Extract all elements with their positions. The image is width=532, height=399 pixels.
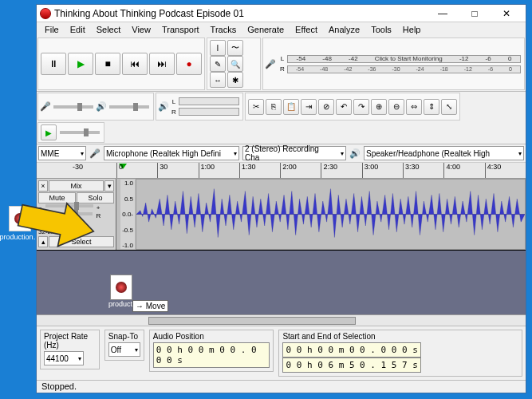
- menu-edit[interactable]: Edit: [65, 24, 90, 35]
- snap-to-group: Snap-To Off: [104, 330, 144, 361]
- menu-effect[interactable]: Effect: [290, 24, 322, 35]
- speaker-icon[interactable]: 🔊: [158, 101, 169, 112]
- selection-end-display[interactable]: 0 0 h 0 6 m 5 0 . 1 5 7 s: [282, 358, 421, 373]
- device-toolbar: MME 🎤 Microphone (Realtek High Defini 2 …: [37, 144, 526, 163]
- maximize-button[interactable]: □: [459, 5, 491, 22]
- timeline-ruler[interactable]: -30 0 30 1:00 1:30 2:00 2:30 3:00 3:30 4…: [37, 163, 526, 179]
- rec-volume-slider[interactable]: [53, 105, 93, 109]
- project-rate-select[interactable]: 44100: [44, 351, 84, 365]
- titlebar[interactable]: Thinking About Thinking Podcast Episode …: [37, 5, 526, 22]
- horizontal-scrollbar[interactable]: [37, 314, 526, 326]
- pan-slider[interactable]: [45, 212, 93, 215]
- silence-button[interactable]: ⊘: [318, 99, 334, 115]
- fit-project-button[interactable]: ⇕: [424, 99, 439, 115]
- gain-slider[interactable]: [45, 204, 93, 207]
- stop-button[interactable]: ■: [95, 53, 120, 75]
- mic-icon[interactable]: 🎤: [265, 59, 276, 69]
- zoom-out-button[interactable]: ⊖: [388, 99, 404, 115]
- empty-track-area[interactable]: producti → Move: [37, 251, 526, 314]
- play-meter-toolbar: 🔊 L R: [156, 93, 243, 120]
- desktop-file-icon[interactable]: production…: [0, 206, 40, 241]
- audio-file-icon: [110, 275, 132, 300]
- play-at-speed-button[interactable]: ▶: [41, 124, 57, 140]
- speaker-device-icon: 🔊: [349, 148, 361, 159]
- menu-transport[interactable]: Transport: [157, 24, 204, 35]
- skip-end-button[interactable]: ⏭: [149, 53, 175, 75]
- paste-button[interactable]: 📋: [283, 99, 299, 115]
- selection-start-display[interactable]: 0 0 h 0 0 m 0 0 . 0 0 0 s: [282, 342, 421, 358]
- track-name[interactable]: Mix: [49, 180, 104, 192]
- close-button[interactable]: ✕: [491, 5, 522, 22]
- snap-to-select[interactable]: Off: [108, 342, 140, 357]
- vertical-scale[interactable]: 1.00.50.0--0.5-1.0: [120, 180, 135, 249]
- mic-device-icon: 🎤: [89, 148, 100, 159]
- record-meter-r[interactable]: -54-48-42-36-30-24-18-12-60: [287, 65, 521, 73]
- meter-toolbar: 🎤 L -54-48-42 Click to Start Monitoring …: [262, 38, 525, 90]
- skip-start-button[interactable]: ⏮: [122, 53, 148, 75]
- timeshift-tool[interactable]: ↔: [210, 72, 226, 88]
- envelope-tool[interactable]: 〜: [227, 40, 243, 56]
- mixer-toolbar: 🎤 🔊: [37, 93, 154, 120]
- play-button[interactable]: ▶: [68, 53, 93, 75]
- zoom-in-button[interactable]: ⊕: [371, 99, 387, 115]
- cut-button[interactable]: ✂: [248, 99, 264, 115]
- toolbar-area: ⏸ ▶ ■ ⏮ ⏭ ● I 〜 ✎ 🔍 ↔ ✱ 🎤 L -54-48-42 Cl…: [37, 37, 526, 92]
- menu-help[interactable]: Help: [398, 24, 426, 35]
- speaker-slider-icon: 🔊: [96, 101, 107, 112]
- audacity-window: Thinking About Thinking Podcast Episode …: [36, 4, 526, 393]
- move-tooltip: → Move: [132, 300, 168, 312]
- menu-analyze[interactable]: Analyze: [324, 24, 365, 35]
- status-bar: Stopped.: [37, 380, 526, 393]
- trim-button[interactable]: ⇥: [301, 99, 317, 115]
- selection-tool[interactable]: I: [210, 40, 226, 56]
- record-meter-l[interactable]: -54-48-42 Click to Start Monitoring -12-…: [287, 55, 521, 63]
- menu-generate[interactable]: Generate: [242, 24, 289, 35]
- selection-toolbar: Project Rate (Hz) 44100 Snap-To Off Audi…: [37, 326, 526, 380]
- menu-select[interactable]: Select: [92, 24, 126, 35]
- fit-selection-button[interactable]: ⇔: [406, 99, 422, 115]
- transcription-toolbar: ▶: [37, 122, 104, 143]
- output-device-select[interactable]: Speaker/Headphone (Realtek High: [364, 146, 524, 160]
- mic-slider-icon: 🎤: [40, 101, 51, 112]
- play-speed-slider[interactable]: [60, 131, 100, 134]
- menu-tools[interactable]: Tools: [366, 24, 396, 35]
- audio-file-icon: [9, 206, 31, 231]
- draw-tool[interactable]: ✎: [210, 56, 226, 72]
- window-title: Thinking About Thinking Podcast Episode …: [54, 8, 427, 19]
- redo-button[interactable]: ↷: [353, 99, 369, 115]
- play-meter-r[interactable]: [179, 108, 239, 116]
- tracks-panel: ×Mix▾ MuteSolo −+ LR Mono, 44100Hz32-bit…: [37, 179, 526, 326]
- edit-toolbar: ✂ ⎘ 📋 ⇥ ⊘ ↶ ↷ ⊕ ⊖ ⇔ ⇕ ⤡: [245, 93, 460, 120]
- pause-button[interactable]: ⏸: [41, 53, 66, 75]
- project-rate-group: Project Rate (Hz) 44100: [40, 330, 100, 369]
- mute-button[interactable]: Mute: [38, 192, 76, 203]
- play-meter-l[interactable]: [179, 97, 239, 105]
- selection-group: Start and End of Selection 0 0 h 0 0 m 0…: [278, 330, 522, 377]
- dragged-file-icon[interactable]: producti: [108, 275, 134, 308]
- minimize-button[interactable]: ―: [427, 5, 459, 22]
- copy-button[interactable]: ⎘: [266, 99, 282, 115]
- track-select-button[interactable]: Select: [49, 236, 114, 247]
- input-device-select[interactable]: Microphone (Realtek High Defini: [104, 146, 239, 160]
- toolbar-row-2: 🎤 🔊 🔊 L R ✂ ⎘ 📋 ⇥ ⊘ ↶ ↷ ⊕ ⊖ ⇔ ⇕ ⤡ ▶: [37, 92, 526, 144]
- audio-position-display[interactable]: 0 0 h 0 0 m 0 0 . 0 0 0 s: [153, 342, 270, 368]
- audio-host-select[interactable]: MME: [38, 146, 86, 160]
- track-control-panel[interactable]: ×Mix▾ MuteSolo −+ LR Mono, 44100Hz32-bit…: [37, 179, 116, 250]
- multi-tool[interactable]: ✱: [227, 72, 243, 88]
- menu-view[interactable]: View: [127, 24, 156, 35]
- app-icon: [40, 8, 51, 19]
- menu-file[interactable]: File: [40, 24, 64, 35]
- audio-position-group: Audio Position 0 0 h 0 0 m 0 0 . 0 0 0 s: [149, 330, 274, 372]
- menu-tracks[interactable]: Tracks: [206, 24, 242, 35]
- zoom-tool[interactable]: 🔍: [227, 56, 243, 72]
- play-volume-slider[interactable]: [109, 105, 149, 109]
- solo-button[interactable]: Solo: [77, 192, 114, 203]
- tools-toolbar: I 〜 ✎ 🔍 ↔ ✱: [207, 38, 261, 90]
- dragged-file-label: producti: [108, 300, 134, 308]
- channels-select[interactable]: 2 (Stereo) Recording Cha: [242, 146, 346, 160]
- record-button[interactable]: ●: [176, 53, 202, 75]
- zoom-toggle-button[interactable]: ⤡: [441, 99, 457, 115]
- waveform-display[interactable]: [136, 179, 526, 250]
- undo-button[interactable]: ↶: [336, 99, 352, 115]
- menu-bar: File Edit Select View Transport Tracks G…: [37, 22, 526, 37]
